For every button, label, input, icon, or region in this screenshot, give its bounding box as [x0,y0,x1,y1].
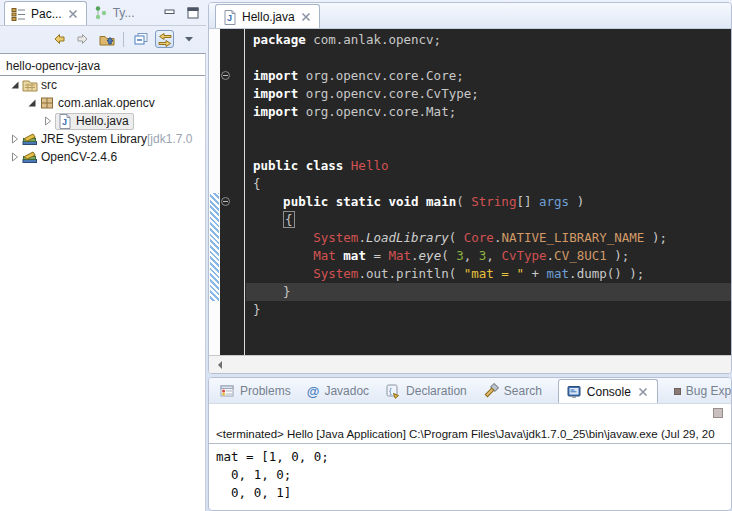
tree-item-src[interactable]: src [0,76,205,94]
tree-item-label: Hello.java [76,114,129,128]
editor-vertical-ruler[interactable] [209,29,220,355]
code-line[interactable]: package com.anlak.opencv; [246,31,731,49]
code-line[interactable]: import org.opencv.core.Core; [246,67,731,85]
eclipse-workbench: Pac... Ty... [0,0,732,511]
tab-bug-explorer[interactable]: Bug Explorer [674,379,732,403]
code-lines[interactable]: package com.anlak.opencv;import org.open… [246,29,731,355]
tab-label: Problems [240,384,291,398]
code-line[interactable]: public static void main( String[] args ) [246,193,731,211]
tree-item-hello-java[interactable]: J Hello.java [0,112,205,130]
close-icon[interactable] [66,7,80,21]
tab-label: Ty... [113,6,135,20]
svg-text:J: J [62,117,67,127]
tree-item-opencv-library[interactable]: OpenCV-2.4.6 [0,148,205,166]
console-view: Problems @ Javadoc { Declaration [208,377,732,511]
code-line[interactable] [246,121,731,139]
collapsed-arrow-icon[interactable] [8,150,22,164]
expanded-arrow-icon[interactable] [25,96,39,110]
forward-button[interactable] [73,30,92,48]
maximize-icon[interactable] [186,6,200,20]
source-folder-icon [22,77,38,93]
java-file-icon: J [222,9,238,25]
tab-problems[interactable]: Problems [219,379,291,403]
tab-type-hierarchy[interactable]: Ty... [87,1,141,25]
close-icon[interactable] [299,10,313,24]
selected-tree-item[interactable]: J Hello.java [55,113,134,130]
view-window-buttons [163,6,200,20]
package-icon [39,95,55,111]
declaration-icon: { [385,383,401,399]
expanded-arrow-icon[interactable] [8,78,22,92]
tree-item-package[interactable]: com.anlak.opencv [0,94,205,112]
tree-item-label: src [41,78,57,92]
tree-item-label: OpenCV-2.4.6 [41,150,117,164]
close-icon[interactable] [636,385,650,399]
console-toolbar [209,404,731,426]
code-line[interactable]: { [246,175,731,193]
code-line[interactable]: import org.opencv.core.CvType; [246,85,731,103]
tab-console[interactable]: Console [558,379,658,403]
tab-javadoc[interactable]: @ Javadoc [307,379,369,403]
tab-hello-java[interactable]: J Hello.java [215,4,320,28]
tree-item-jre-library[interactable]: JRE System Library [jdk1.7.0 [0,130,205,148]
toolbar-separator [123,32,124,47]
javadoc-at-icon: @ [307,384,320,399]
editor-hscrollbar[interactable] [209,355,731,374]
tab-search[interactable]: Search [483,379,542,403]
up-to-home-button[interactable] [97,30,116,48]
svg-text:{: { [389,386,392,395]
code-line[interactable]: import org.opencv.core.Mat; [246,103,731,121]
code-line[interactable]: } [246,301,731,319]
svg-text:J: J [227,13,232,23]
folding-gutter[interactable] [220,29,245,355]
library-icon [22,131,38,147]
fold-collapse-icon[interactable] [221,71,230,80]
tab-label: Bug Explorer [686,384,732,398]
tab-package-explorer[interactable]: Pac... [4,1,87,25]
method-range-indicator [210,193,219,301]
collapse-all-button[interactable] [131,30,150,48]
view-menu-button[interactable] [179,30,198,48]
editor-tabbar: J Hello.java [209,3,731,29]
code-line[interactable]: Mat mat = Mat.eye( 3, 3, CvType.CV_8UC1 … [246,247,731,265]
library-icon [22,149,38,165]
console-output-line: 0, 0, 1] [216,484,731,502]
package-explorer-toolbar [0,26,206,52]
code-line[interactable] [246,49,731,67]
tree-item-label: com.anlak.opencv [58,96,155,110]
code-line[interactable]: { [246,211,731,229]
package-explorer-icon [11,6,27,22]
search-icon [483,383,499,399]
code-line[interactable]: System.LoadLibrary( Core.NATIVE_LIBRARY_… [246,229,731,247]
console-icon [566,384,582,400]
left-view-tabbar: Pac... Ty... [0,0,206,26]
tree-item-project[interactable]: hello-opencv-java [0,57,205,76]
back-button[interactable] [49,30,68,48]
tab-declaration[interactable]: { Declaration [385,379,467,403]
java-file-icon: J [57,113,73,129]
minimize-icon[interactable] [163,6,177,20]
editor-pane: J Hello.java package com.anlak.opencv;im… [208,2,732,374]
problems-icon [219,383,235,399]
up-folder-icon [99,31,115,47]
collapsed-arrow-icon[interactable] [41,114,55,128]
code-line[interactable] [246,139,731,157]
package-explorer-view: Pac... Ty... [0,0,206,511]
collapsed-arrow-icon[interactable] [8,132,22,146]
back-arrow-icon [51,31,67,47]
project-tree[interactable]: hello-opencv-java src com.anlak.opencv [0,53,206,511]
editor-body: package com.anlak.opencv;import org.open… [209,29,731,355]
tree-item-detail: [jdk1.7.0 [147,132,192,146]
console-output[interactable]: mat = [1, 0, 0; 0, 1, 0; 0, 0, 1] [209,444,731,502]
tab-label: Pac... [31,7,62,21]
collapse-all-icon [133,31,149,47]
scroll-left-arrow-icon[interactable] [214,361,222,369]
code-line[interactable]: } [246,283,731,301]
link-with-editor-button[interactable] [155,30,174,48]
link-with-editor-icon [157,31,173,47]
code-line[interactable]: System.out.println( "mat = " + mat.dump(… [246,265,731,283]
code-line[interactable]: public class Hello [246,157,731,175]
terminate-icon[interactable] [713,408,723,418]
fold-collapse-icon[interactable] [221,197,230,206]
bottom-tabbar: Problems @ Javadoc { Declaration [209,378,731,404]
